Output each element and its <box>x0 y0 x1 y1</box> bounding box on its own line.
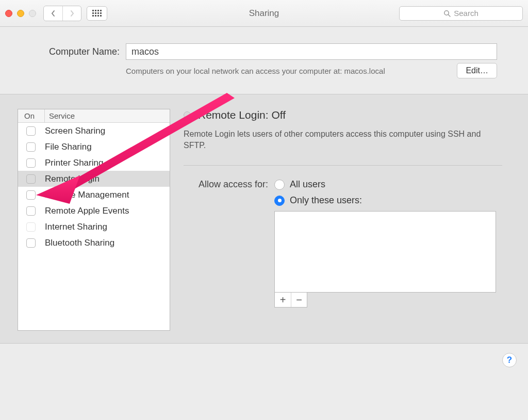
service-list: On Service Screen SharingFile SharingPri… <box>18 109 170 331</box>
column-on-header: On <box>18 109 45 122</box>
service-row[interactable]: Internet Sharing <box>18 219 170 235</box>
service-row[interactable]: File Sharing <box>18 139 170 155</box>
service-row[interactable]: Remote Management <box>18 187 170 203</box>
service-checkbox[interactable] <box>26 222 36 232</box>
column-service-header: Service <box>45 109 170 122</box>
window-controls <box>5 10 36 17</box>
question-icon: ? <box>507 355 512 365</box>
search-placeholder: Search <box>454 9 478 18</box>
chevron-right-icon <box>70 10 75 17</box>
remove-user-button[interactable]: − <box>291 293 307 307</box>
grid-icon <box>92 10 102 17</box>
allow-access-label: Allow access for: <box>184 179 268 190</box>
search-field[interactable]: Search <box>399 6 523 21</box>
service-checkbox[interactable] <box>26 174 36 184</box>
computer-name-description: Computers on your local network can acce… <box>126 63 451 76</box>
service-label: Remote Management <box>45 190 129 200</box>
service-checkbox[interactable] <box>26 158 36 168</box>
service-label: Bluetooth Sharing <box>45 238 114 248</box>
service-detail: Remote Login: Off Remote Login lets user… <box>184 109 516 331</box>
allow-all-users-label: All users <box>290 179 325 190</box>
service-label: Internet Sharing <box>45 222 107 232</box>
plus-icon: + <box>280 294 286 306</box>
service-label: Printer Sharing <box>45 158 103 168</box>
service-row[interactable]: Screen Sharing <box>18 123 170 139</box>
footer: ? <box>0 344 528 380</box>
back-button[interactable] <box>44 6 62 21</box>
user-list-controls: + − <box>274 293 307 308</box>
minimize-window-button[interactable] <box>17 10 24 17</box>
nav-buttons <box>43 6 81 21</box>
status-title: Remote Login: Off <box>198 109 286 121</box>
close-window-button[interactable] <box>5 10 12 17</box>
radio-icon <box>274 196 285 206</box>
allow-all-users-option[interactable]: All users <box>274 179 362 190</box>
edit-button[interactable]: Edit… <box>457 63 497 78</box>
service-checkbox[interactable] <box>26 206 36 216</box>
add-user-button[interactable]: + <box>275 293 291 307</box>
service-label: Screen Sharing <box>45 126 105 136</box>
service-checkbox[interactable] <box>26 238 36 248</box>
toolbar: Sharing Search <box>0 0 528 27</box>
service-checkbox[interactable] <box>26 126 36 136</box>
search-icon <box>443 10 451 17</box>
service-row[interactable]: Printer Sharing <box>18 155 170 171</box>
service-checkbox[interactable] <box>26 142 36 152</box>
minus-icon: − <box>296 294 302 306</box>
zoom-window-button <box>29 10 36 17</box>
status-description: Remote Login lets users of other compute… <box>184 128 502 166</box>
chevron-left-icon <box>51 10 56 17</box>
service-row[interactable]: Remote Apple Events <box>18 203 170 219</box>
computer-name-section: Computer Name: macos Computers on your l… <box>0 27 528 94</box>
forward-button[interactable] <box>62 6 81 21</box>
allow-only-these-label: Only these users: <box>290 195 362 206</box>
service-row[interactable]: Remote Login <box>18 171 170 187</box>
service-label: Remote Login <box>45 174 100 184</box>
main-area: On Service Screen SharingFile SharingPri… <box>0 94 528 344</box>
service-row[interactable]: Bluetooth Sharing <box>18 235 170 251</box>
allow-only-these-option[interactable]: Only these users: <box>274 195 362 206</box>
help-button[interactable]: ? <box>502 353 517 367</box>
svg-line-1 <box>448 14 450 17</box>
service-label: File Sharing <box>45 142 92 152</box>
radio-icon <box>274 180 285 190</box>
status-indicator-icon <box>184 111 191 119</box>
service-checkbox[interactable] <box>26 190 36 200</box>
computer-name-label: Computer Name: <box>31 46 120 57</box>
show-all-button[interactable] <box>87 6 107 21</box>
service-label: Remote Apple Events <box>45 206 129 216</box>
allowed-users-list[interactable] <box>274 211 496 293</box>
computer-name-input[interactable]: macos <box>126 43 497 60</box>
